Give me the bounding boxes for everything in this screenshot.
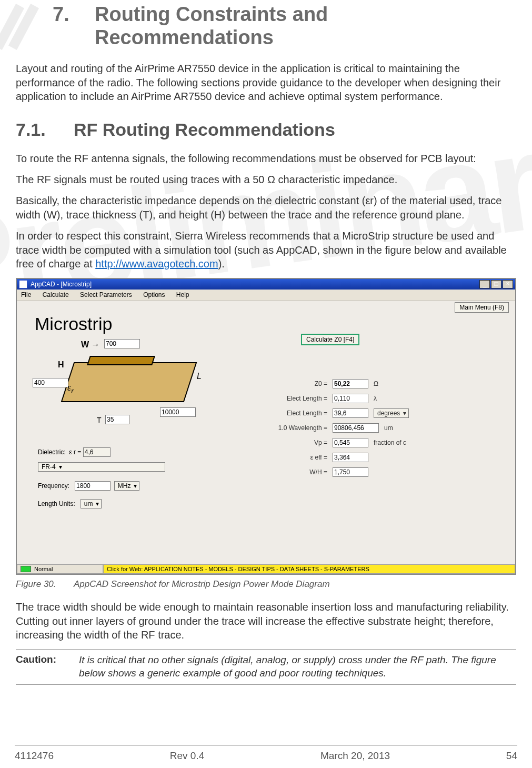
minimize-icon[interactable]: _ xyxy=(479,280,490,288)
output-elect-length-2 xyxy=(333,408,368,418)
results-column: Z0 =Ω Elect Length =λ Elect Length =degr… xyxy=(259,374,459,482)
wavelength-label: 1.0 Wavelength = xyxy=(259,424,327,432)
figure-caption: Figure 30.AppCAD Screenshot for Microstr… xyxy=(16,579,516,590)
section-7-1-heading: 7.1.RF Routing Recommendations xyxy=(16,119,516,140)
microstrip-title: Microstrip xyxy=(35,314,112,334)
frequency-label: Frequency: xyxy=(38,482,69,490)
intro-paragraph: Layout and routing of the AirPrime AR755… xyxy=(16,62,516,103)
dielectric-label: Dielectric: xyxy=(38,448,66,456)
menu-options[interactable]: Options xyxy=(143,291,165,298)
paragraph-4: In order to respect this constraint, Sie… xyxy=(16,229,516,271)
output-z0 xyxy=(333,379,368,388)
menu-calculate[interactable]: Calculate xyxy=(43,291,69,298)
footer-date: March 20, 2013 xyxy=(320,750,390,762)
figure-caption-text: AppCAD Screenshot for Microstrip Design … xyxy=(74,579,330,589)
section-number: 7.1. xyxy=(16,119,74,140)
vp-label: Vp = xyxy=(259,439,327,446)
chapter-title-line2: Recommendations xyxy=(95,26,274,49)
paragraph-5: The trace width should be wide enough to… xyxy=(16,600,516,642)
window-title: AppCAD - [Microstrip] xyxy=(31,281,92,288)
length-units-label: Length Units: xyxy=(38,500,75,507)
output-wavelength xyxy=(333,423,379,433)
substrate-shape xyxy=(61,362,197,402)
output-vp xyxy=(333,438,368,447)
footer-revision: Rev 0.4 xyxy=(170,750,204,762)
chapter-heading: 7. Routing Constraints and Recommendatio… xyxy=(53,3,516,49)
paragraph-4-tail: ). xyxy=(218,258,225,270)
input-er xyxy=(83,447,111,457)
chapter-number: 7. xyxy=(53,3,95,26)
elect-length-1-label: Elect Length = xyxy=(259,395,327,402)
elect-length-2-label: Elect Length = xyxy=(259,410,327,417)
frequency-unit-dropdown[interactable]: MHz xyxy=(114,481,140,491)
status-bar: Normal Click for Web: APPLICATION NOTES … xyxy=(17,564,515,574)
label-h: H xyxy=(58,360,64,370)
calculate-z0-button[interactable]: Calculate Z0 [F4] xyxy=(301,334,359,345)
elect-length-1-unit: λ xyxy=(374,395,377,402)
wavelength-unit: um xyxy=(384,424,393,432)
output-wh xyxy=(333,467,368,477)
chapter-title-line1: Routing Constraints and xyxy=(95,3,328,26)
page-footer: 4112476 Rev 0.4 March 20, 2013 54 xyxy=(0,745,532,762)
length-units-dropdown[interactable]: um xyxy=(81,499,102,508)
input-frequency[interactable] xyxy=(75,481,111,491)
status-web-link[interactable]: Click for Web: APPLICATION NOTES - MODEL… xyxy=(103,564,515,574)
er-label: ε r = xyxy=(69,448,81,456)
menu-file[interactable]: File xyxy=(21,291,31,298)
menu-bar: File Calculate Select Parameters Options… xyxy=(17,290,515,301)
footer-page-number: 54 xyxy=(506,750,517,762)
paragraph-4-text: In order to respect this constraint, Sie… xyxy=(16,230,507,270)
label-l: L xyxy=(197,372,202,381)
paragraph-2: The RF signals must be routed using trac… xyxy=(16,173,516,186)
wh-label: W/H = xyxy=(259,468,327,476)
app-icon xyxy=(19,280,27,288)
menu-select-parameters[interactable]: Select Parameters xyxy=(80,291,132,298)
vp-unit: fraction of c xyxy=(374,439,406,446)
input-w[interactable] xyxy=(104,339,140,348)
label-w: W → xyxy=(81,340,100,350)
eeff-label: ε eff = xyxy=(259,454,327,461)
output-eeff xyxy=(333,453,368,462)
label-t: T xyxy=(97,416,102,424)
appcad-screenshot: AppCAD - [Microstrip] _□× File Calculate… xyxy=(16,278,516,575)
paragraph-1: To route the RF antenna signals, the fol… xyxy=(16,152,516,165)
paragraph-3: Basically, the characteristic impedance … xyxy=(16,194,516,222)
caution-block: Caution: It is critical that no other si… xyxy=(16,649,516,684)
footer-doc-id: 4112476 xyxy=(15,750,54,762)
window-titlebar: AppCAD - [Microstrip] _□× xyxy=(17,279,515,290)
input-h[interactable] xyxy=(33,378,68,387)
main-menu-button[interactable]: Main Menu (F8) xyxy=(455,302,509,313)
output-elect-length-1 xyxy=(333,394,368,403)
figure-number: Figure 30. xyxy=(16,579,74,590)
dielectric-dropdown[interactable]: FR-4 xyxy=(38,462,165,472)
z0-label: Z0 = xyxy=(259,380,327,387)
label-epsilon-r: εr xyxy=(67,382,74,395)
caution-label: Caution: xyxy=(16,654,79,680)
input-t[interactable] xyxy=(105,415,129,424)
input-l[interactable] xyxy=(160,407,196,417)
degrees-dropdown[interactable]: degrees xyxy=(374,408,409,418)
trace-shape xyxy=(87,356,155,365)
status-normal: Normal xyxy=(17,564,103,574)
microstrip-diagram: W → H εr L T xyxy=(31,337,246,426)
caution-text: It is critical that no other signals (di… xyxy=(79,654,516,680)
section-title: RF Routing Recommendations xyxy=(74,119,335,139)
avagotech-link[interactable]: http://www.avagotech.com xyxy=(95,258,218,270)
close-icon[interactable]: × xyxy=(503,280,513,288)
maximize-icon[interactable]: □ xyxy=(491,280,501,288)
z0-unit: Ω xyxy=(374,380,378,387)
menu-help[interactable]: Help xyxy=(176,291,189,298)
